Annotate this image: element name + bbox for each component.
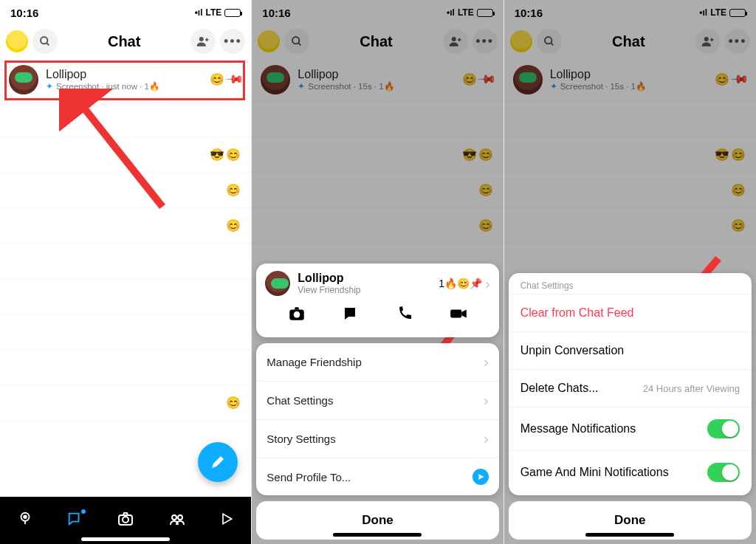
- page-title: Chat: [566, 33, 691, 50]
- svg-point-10: [292, 37, 299, 44]
- chat-settings-sheet: Chat Settings Clear from Chat Feed Unpin…: [509, 273, 752, 540]
- compose-button[interactable]: [198, 442, 238, 482]
- profile-bitmoji-icon: [510, 30, 532, 52]
- cs-message-notifications[interactable]: Message Notifications: [509, 407, 752, 450]
- list-item: 😎😊: [252, 137, 503, 173]
- avatar: [513, 65, 543, 94]
- pin-icon: 📌: [225, 69, 246, 90]
- add-friend-button: [695, 29, 721, 54]
- tab-map[interactable]: [17, 511, 33, 531]
- chat-button[interactable]: [339, 303, 362, 324]
- quick-actions: [265, 296, 489, 333]
- add-friend-icon: [701, 35, 715, 48]
- add-friend-icon: [449, 35, 462, 48]
- more-icon: •••: [729, 34, 747, 49]
- menu-story-settings[interactable]: Story Settings ›: [256, 419, 498, 458]
- status-right: •ıl LTE: [447, 7, 493, 18]
- chat-row-right: 😊 📌: [210, 72, 242, 86]
- status-time: 10:16: [10, 7, 38, 19]
- toggle-on-icon[interactable]: [707, 463, 740, 482]
- list-item: 😊: [504, 208, 756, 244]
- chevron-right-icon: ›: [484, 354, 489, 371]
- chat-header: Chat •••: [0, 25, 251, 58]
- status-bar: 10:16 •ıl LTE: [0, 0, 251, 25]
- tab-camera[interactable]: [117, 510, 134, 531]
- tab-bar: [0, 497, 251, 544]
- bff-emoji-icon: 😊: [210, 72, 224, 86]
- chat-row-lollipop[interactable]: Lollipop ✦Screenshot · just now · 1🔥 😊 📌: [0, 58, 251, 102]
- list-item[interactable]: [0, 102, 251, 137]
- panel-2: 10:16 •ıl LTE Chat ••• Lollipop ✦Screens…: [252, 0, 504, 544]
- status-right: •ıl LTE: [195, 7, 241, 18]
- list-item[interactable]: [0, 244, 251, 279]
- status-bar: 10:16 •ıl LTE: [504, 0, 756, 25]
- snap-button[interactable]: [285, 303, 309, 324]
- menu-label: Send Profile To...: [267, 471, 351, 483]
- contact-status: Screenshot · 15s · 1🔥: [560, 81, 646, 92]
- svg-point-19: [704, 37, 709, 41]
- list-item[interactable]: [0, 279, 251, 314]
- menu-send-profile[interactable]: Send Profile To...: [256, 458, 498, 495]
- cs-unpin[interactable]: Unpin Conversation: [509, 331, 752, 369]
- avatar: [261, 65, 290, 94]
- status-network: LTE: [458, 7, 474, 18]
- camera-icon: [287, 304, 306, 323]
- video-icon: [449, 304, 468, 323]
- menu-label: Manage Friendship: [267, 356, 361, 368]
- profile-row[interactable]: Lollipop View Friendship 1🔥😊📌 ›: [265, 271, 489, 296]
- add-friend-button[interactable]: [190, 29, 216, 54]
- list-item: 😎😊: [504, 137, 756, 173]
- done-label: Done: [362, 513, 394, 527]
- panel-1: 10:16 •ıl LTE Chat ••• Lollipop ✦Screens…: [0, 0, 252, 544]
- status-time: 10:16: [515, 7, 543, 19]
- svg-line-18: [551, 43, 553, 45]
- profile-bitmoji-icon: [258, 30, 280, 52]
- done-label: Done: [614, 513, 646, 527]
- chat-settings-title: Chat Settings: [509, 273, 752, 294]
- toggle-on-icon[interactable]: [707, 419, 740, 438]
- emoji-icon: 😊: [226, 148, 241, 162]
- notification-dot-icon: [81, 509, 86, 514]
- map-icon: [17, 511, 33, 527]
- chat-meta: Lollipop ✦Screenshot · just now · 1🔥: [46, 68, 159, 92]
- chat-row-lollipop: Lollipop ✦Screenshot · 15s · 1🔥 😊 📌: [252, 58, 503, 102]
- screenshot-icon: ✦: [550, 81, 557, 92]
- list-item[interactable]: 😊: [0, 208, 251, 244]
- list-item[interactable]: [0, 350, 251, 385]
- list-item[interactable]: 😎😊: [0, 137, 251, 173]
- search-button[interactable]: [32, 29, 58, 54]
- menu-chat-settings[interactable]: Chat Settings ›: [256, 381, 498, 419]
- screenshot-icon: ✦: [46, 81, 53, 92]
- bff-emoji-icon: 😊: [462, 72, 477, 86]
- tab-stories[interactable]: [168, 510, 186, 531]
- list-item[interactable]: 😊: [0, 385, 251, 421]
- video-button[interactable]: [447, 303, 470, 324]
- contact-status: Screenshot · 15s · 1🔥: [308, 81, 394, 92]
- svg-point-14: [294, 311, 300, 318]
- chat-header: Chat •••: [252, 25, 503, 58]
- profile-bitmoji-icon[interactable]: [6, 30, 28, 52]
- more-icon: •••: [475, 34, 494, 49]
- avatar: [9, 65, 38, 94]
- emoji-icon: 😊: [226, 183, 241, 197]
- search-icon: [543, 35, 555, 47]
- tab-spotlight[interactable]: [219, 512, 234, 530]
- add-friend-button: [443, 29, 468, 54]
- menu-label: Story Settings: [267, 433, 335, 445]
- call-button[interactable]: [393, 303, 416, 324]
- svg-point-2: [199, 37, 204, 41]
- contact-status: Screenshot · just now · 1🔥: [56, 81, 159, 92]
- list-item: 😊: [252, 173, 503, 208]
- cs-clear-feed[interactable]: Clear from Chat Feed: [509, 294, 752, 331]
- chat-header: Chat •••: [504, 25, 756, 58]
- list-item[interactable]: [0, 314, 251, 350]
- cs-label: Game And Mini Notifications: [520, 466, 669, 479]
- cs-game-notifications[interactable]: Game And Mini Notifications: [509, 450, 752, 494]
- battery-icon: [729, 9, 746, 17]
- menu-manage-friendship[interactable]: Manage Friendship ›: [256, 343, 498, 381]
- tab-chat[interactable]: [66, 511, 83, 531]
- status-time: 10:16: [262, 7, 290, 19]
- cs-delete-chats[interactable]: Delete Chats... 24 Hours after Viewing: [509, 369, 752, 407]
- more-button[interactable]: •••: [220, 29, 245, 54]
- list-item[interactable]: 😊: [0, 173, 251, 208]
